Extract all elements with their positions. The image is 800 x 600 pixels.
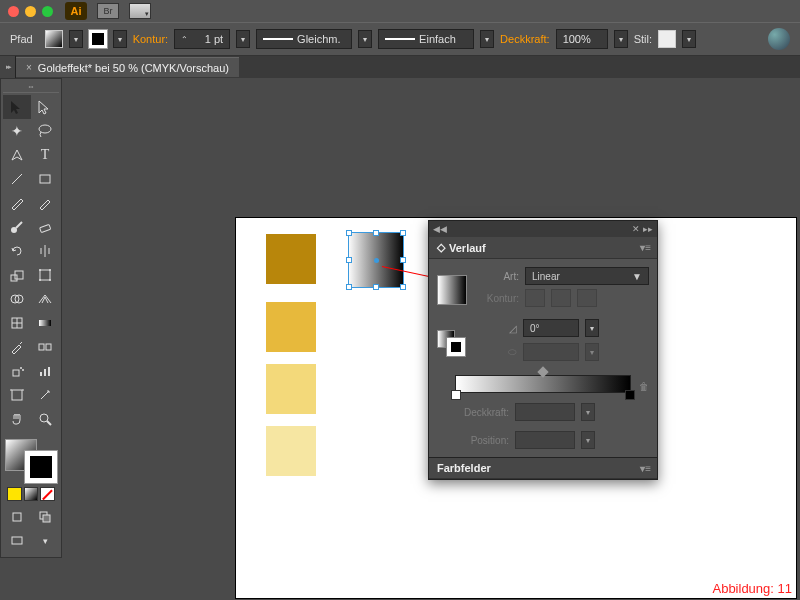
slice-tool[interactable] <box>31 383 59 407</box>
mesh-tool[interactable] <box>3 311 31 335</box>
artboard[interactable]: ◀◀✕ ▸▸ ◇Verlauf▾≡ Art: Linear▼ Kontur: <box>236 218 796 598</box>
screen-mode-button[interactable] <box>3 529 31 553</box>
blob-brush-tool[interactable] <box>3 215 31 239</box>
close-tab-icon[interactable]: × <box>26 62 32 73</box>
cloud-icon[interactable] <box>768 28 790 50</box>
swatch-square-2[interactable] <box>266 302 316 352</box>
stroke-swatch[interactable] <box>89 30 107 48</box>
draw-behind-button[interactable] <box>31 505 59 529</box>
svg-line-1 <box>12 174 22 184</box>
document-tab[interactable]: × Goldeffekt* bei 50 % (CMYK/Vorschau) <box>16 57 239 77</box>
stroke-label[interactable]: Kontur: <box>133 33 168 45</box>
stroke-weight-dropdown[interactable] <box>236 30 250 48</box>
artboard-tool[interactable] <box>3 383 31 407</box>
gradient-mode-button[interactable] <box>24 487 39 501</box>
blend-tool[interactable] <box>31 335 59 359</box>
zoom-tool[interactable] <box>31 407 59 431</box>
type-tool[interactable]: T <box>31 143 59 167</box>
arrange-docs-icon[interactable]: ▾ <box>129 3 151 19</box>
free-transform-tool[interactable] <box>31 263 59 287</box>
minimize-icon[interactable] <box>25 6 36 17</box>
angle-dropdown[interactable] <box>585 319 599 337</box>
panel-menu-icon[interactable]: ▾≡ <box>640 242 651 253</box>
brush-dropdown[interactable] <box>358 30 372 48</box>
stroke-dropdown[interactable] <box>113 30 127 48</box>
tools-grip[interactable]: •• <box>3 83 59 93</box>
symbol-sprayer-tool[interactable] <box>3 359 31 383</box>
canvas-area[interactable]: ◀◀✕ ▸▸ ◇Verlauf▾≡ Art: Linear▼ Kontur: <box>76 78 800 600</box>
figure-caption: Abbildung: 11 <box>712 581 792 596</box>
perspective-grid-tool[interactable] <box>31 287 59 311</box>
app-badge: Ai <box>65 2 87 20</box>
bridge-icon[interactable]: Br <box>97 3 119 19</box>
hand-tool[interactable] <box>3 407 31 431</box>
lasso-tool[interactable] <box>31 119 59 143</box>
panel-tab-swatches[interactable]: Farbfelder▾≡ <box>429 457 657 479</box>
swatch-square-3[interactable] <box>266 364 316 414</box>
gradient-stop-left[interactable] <box>451 390 461 400</box>
window-titlebar: Ai Br ▾ <box>0 0 800 22</box>
profile-dropdown[interactable] <box>480 30 494 48</box>
pencil-tool[interactable] <box>31 191 59 215</box>
stroke-weight-input[interactable]: ⌃1 pt <box>174 29 230 49</box>
svg-point-30 <box>40 414 48 422</box>
svg-line-4 <box>16 222 22 228</box>
none-mode-button[interactable] <box>40 487 55 501</box>
fill-stroke-indicator[interactable] <box>3 437 59 485</box>
rectangle-tool[interactable] <box>31 167 59 191</box>
gradient-ramp[interactable] <box>455 375 631 393</box>
panel-drag-bar[interactable]: ◀◀✕ ▸▸ <box>429 221 657 237</box>
stroke-indicator[interactable] <box>25 451 57 483</box>
delete-stop-icon[interactable]: 🗑 <box>639 381 649 392</box>
fill-swatch[interactable] <box>45 30 63 48</box>
eyedropper-tool[interactable] <box>3 335 31 359</box>
scale-tool[interactable] <box>3 263 31 287</box>
style-dropdown[interactable] <box>682 30 696 48</box>
rotate-tool[interactable] <box>3 239 31 263</box>
color-mode-button[interactable] <box>7 487 22 501</box>
panel-tab-gradient[interactable]: ◇Verlauf▾≡ <box>429 237 657 259</box>
gradient-type-select[interactable]: Linear▼ <box>525 267 649 285</box>
angle-icon: ◿ <box>471 323 517 334</box>
swatch-square-4[interactable] <box>266 426 316 476</box>
graph-tool[interactable] <box>31 359 59 383</box>
svg-rect-21 <box>13 370 19 376</box>
close-icon[interactable] <box>8 6 19 17</box>
svg-point-12 <box>49 279 51 281</box>
opacity-value: 100% <box>563 33 591 45</box>
eraser-tool[interactable] <box>31 215 59 239</box>
reflect-tool[interactable] <box>31 239 59 263</box>
opacity-label[interactable]: Deckkraft: <box>500 33 550 45</box>
gradient-preview[interactable] <box>437 275 467 305</box>
gradient-stop-right[interactable] <box>625 390 635 400</box>
stop-opacity-dropdown <box>581 403 595 421</box>
zoom-icon[interactable] <box>42 6 53 17</box>
paintbrush-tool[interactable] <box>3 191 31 215</box>
swatch-square-1[interactable] <box>266 234 316 284</box>
angle-input[interactable]: 0° <box>523 319 579 337</box>
gradient-stroke-proxy[interactable] <box>447 338 465 356</box>
opacity-input[interactable]: 100% <box>556 29 608 49</box>
panel-close-icon[interactable]: ✕ ▸▸ <box>632 224 653 234</box>
svg-point-22 <box>20 367 22 369</box>
gradient-tool[interactable] <box>31 311 59 335</box>
selection-tool[interactable] <box>3 95 31 119</box>
direct-selection-tool[interactable] <box>31 95 59 119</box>
shape-builder-tool[interactable] <box>3 287 31 311</box>
midpoint-diamond[interactable] <box>537 366 548 377</box>
pen-tool[interactable] <box>3 143 31 167</box>
brush-select[interactable]: Gleichm. <box>256 29 352 49</box>
svg-rect-20 <box>46 344 51 350</box>
fill-dropdown[interactable] <box>69 30 83 48</box>
gradient-panel[interactable]: ◀◀✕ ▸▸ ◇Verlauf▾≡ Art: Linear▼ Kontur: <box>428 220 658 480</box>
swatches-menu-icon[interactable]: ▾≡ <box>640 463 651 474</box>
profile-select[interactable]: Einfach <box>378 29 474 49</box>
stop-position-input <box>515 431 575 449</box>
line-tool[interactable] <box>3 167 31 191</box>
magic-wand-tool[interactable]: ✦ <box>3 119 31 143</box>
panel-dock-icon[interactable] <box>0 56 16 78</box>
style-swatch[interactable] <box>658 30 676 48</box>
opacity-dropdown[interactable] <box>614 30 628 48</box>
screen-mode-dropdown[interactable]: ▾ <box>31 529 59 553</box>
draw-normal-button[interactable] <box>3 505 31 529</box>
